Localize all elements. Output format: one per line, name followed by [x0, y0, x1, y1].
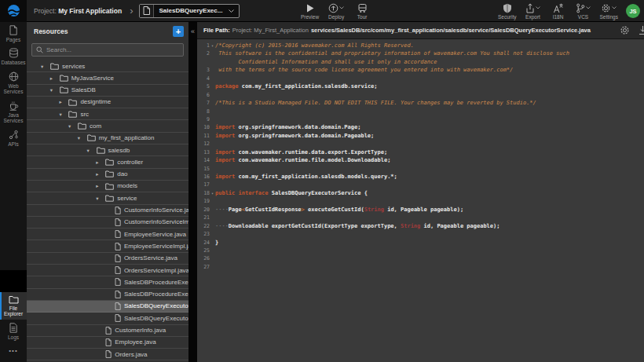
collapse-arrow-icon[interactable]: ▾ — [87, 144, 97, 156]
fold-spacer — [210, 91, 215, 99]
code-line-23: 23 — [197, 230, 644, 238]
fold-spacer — [210, 148, 215, 156]
tree-item-my-first-application[interactable]: ▾my_first_application — [27, 133, 188, 144]
code-line-25: 25 — [197, 247, 644, 254]
editor-settings-button[interactable] — [620, 25, 630, 35]
code-text: package com.my_first_application.salesdb… — [215, 82, 378, 90]
sidebar-item-apis[interactable]: APIs — [0, 126, 27, 149]
file-icon — [115, 314, 121, 322]
rail-spacer — [0, 149, 27, 269]
user-avatar[interactable]: JS — [626, 4, 640, 18]
tree-item-salesdb[interactable]: ▾SalesDB — [27, 85, 188, 97]
collapse-arrow-icon[interactable]: ▾ — [41, 60, 50, 72]
tree-item-salesdbprocedureexecutorservice-java[interactable]: SalesDBProcedureExecutorService.java — [27, 276, 188, 288]
tree-item-ordersserviceimpl-java[interactable]: OrdersServiceImpl.java — [27, 265, 188, 276]
expand-arrow-icon[interactable]: ▸ — [96, 156, 105, 168]
preview-icon — [306, 3, 314, 13]
tour-button[interactable]: Tour — [353, 3, 371, 20]
expand-arrow-icon[interactable]: ▸ — [50, 72, 60, 84]
tree-item-myjavaservice[interactable]: ▸MyJavaService — [27, 72, 188, 84]
vcs-button[interactable]: VCS — [575, 3, 592, 20]
i18n-button[interactable]: I18N — [550, 3, 567, 20]
fold-arrow-icon[interactable]: ▾ — [210, 189, 215, 197]
code-editor[interactable]: 1▾/*Copyright (c) 2015-2016 wavemaker.co… — [197, 39, 644, 362]
tree-item-service[interactable]: ▾service — [27, 192, 188, 204]
wavemaker-logo[interactable] — [0, 0, 27, 22]
tree-item-salesdbqueryexecutorserviceimpl-java[interactable]: SalesDBQueryExecutorServiceImpl.java — [27, 313, 188, 324]
sidebar-item-web-services[interactable]: Web Services — [0, 68, 27, 97]
tree-item-label: designtime — [80, 97, 111, 108]
collapse-arrow-icon[interactable]: ▾ — [68, 120, 78, 132]
fold-spacer — [210, 108, 215, 115]
code-line-27: 27 — [197, 263, 644, 271]
file-path-project: Project: My_First_Application — [232, 27, 309, 34]
folder-icon — [87, 134, 96, 141]
fold-arrow-icon[interactable]: ▾ — [210, 42, 215, 49]
deploy-button[interactable]: Deploy — [327, 3, 345, 20]
tree-item-label: OrdersService.java — [124, 253, 177, 265]
sidebar-item-logs[interactable]: Logs — [0, 320, 27, 342]
code-text: with the terms of the source code licens… — [215, 66, 513, 74]
search-box[interactable] — [31, 43, 184, 57]
folder-icon — [60, 75, 68, 82]
code-text: ····Downloadable exportGetCustId(ExportT… — [215, 222, 499, 230]
tree-item-ordersservice-java[interactable]: OrdersService.java — [27, 253, 188, 265]
sidebar-item-databases[interactable]: Databases — [0, 45, 27, 68]
file-icon — [115, 207, 121, 214]
folder-icon — [68, 99, 77, 106]
tree-item-services[interactable]: ▾services — [27, 60, 188, 72]
download-file-button[interactable] — [638, 25, 644, 35]
tree-item-models[interactable]: ▸models — [27, 181, 188, 192]
fold-spacer — [210, 82, 215, 90]
editor: File Path: Project: My_First_Application… — [197, 22, 644, 362]
tree-item-dao[interactable]: ▸dao — [27, 169, 188, 181]
line-number: 6 — [197, 91, 210, 99]
tree-item-designtime[interactable]: ▸designtime — [27, 97, 188, 108]
chevron-down-icon — [227, 9, 239, 13]
sidebar-item-file-explorer[interactable]: File Explorer — [0, 292, 27, 320]
line-number: 26 — [197, 254, 210, 262]
tree-item-customerinfoservice-java[interactable]: CustomerInfoService.java — [27, 205, 188, 217]
panel-splitter[interactable]: « — [188, 22, 197, 362]
collapse-arrow-icon[interactable]: ▾ — [96, 192, 105, 204]
project-name: My First Application — [58, 7, 122, 15]
tree-item-salesdbqueryexecutorservice-java[interactable]: SalesDBQueryExecutorService.java — [27, 301, 188, 313]
tree-item-label: src — [80, 108, 89, 120]
sidebar-item-java-services[interactable]: Java Services — [0, 97, 27, 126]
fold-spacer — [210, 197, 215, 205]
sidebar-item-more[interactable]: ••• — [0, 342, 27, 362]
tree-item-employeeserviceimpl-java[interactable]: EmployeeServiceImpl.java — [27, 240, 188, 252]
tree-item-src[interactable]: ▾src — [27, 108, 188, 120]
expand-arrow-icon[interactable]: ▸ — [96, 181, 105, 192]
export-button[interactable]: Export — [525, 3, 542, 20]
tree-item-employeeservice-java[interactable]: EmployeeService.java — [27, 229, 188, 240]
tree-item-com[interactable]: ▾com — [27, 120, 188, 132]
add-resource-button[interactable]: + — [173, 26, 184, 37]
search-input[interactable] — [46, 46, 179, 53]
sidebar-item-pages[interactable]: Pages — [0, 22, 27, 45]
tree-item-employee-java[interactable]: Employee.java — [27, 337, 188, 349]
fold-spacer — [210, 156, 215, 164]
expand-arrow-icon[interactable]: ▸ — [59, 97, 68, 108]
tree-item-customerinfoserviceimpl-java[interactable]: CustomerInfoServiceImpl.java — [27, 217, 188, 229]
collapse-arrow-icon[interactable]: ▾ — [59, 108, 68, 120]
tree-item-salesdbprocedureexecutorserviceimpl-java[interactable]: SalesDBProcedureExecutorServiceImpl.java — [27, 289, 188, 301]
file-dropdown[interactable]: SalesDBQueryExec... — [139, 4, 240, 18]
page-icon — [9, 25, 18, 35]
collapse-arrow-icon[interactable]: ▾ — [50, 85, 60, 97]
security-button[interactable]: Security — [498, 3, 516, 20]
expand-arrow-icon[interactable]: ▸ — [96, 169, 105, 181]
tree-item-controller[interactable]: ▸controller — [27, 156, 188, 168]
preview-button[interactable]: Preview — [301, 3, 319, 20]
collapse-panel-button[interactable]: « — [188, 27, 197, 36]
line-number: 12 — [197, 140, 210, 148]
tree-item-orders-java[interactable]: Orders.java — [27, 349, 188, 360]
tree-item-salesdb[interactable]: ▾salesdb — [27, 144, 188, 156]
fold-spacer — [210, 222, 215, 230]
settings-button[interactable]: Settings — [600, 3, 619, 20]
fold-spacer — [210, 58, 215, 66]
collapse-arrow-icon[interactable]: ▾ — [78, 133, 87, 144]
tree-item-customerinfo-java[interactable]: CustomerInfo.java — [27, 325, 188, 337]
tree-item-label: service — [117, 192, 137, 204]
fold-spacer — [210, 254, 215, 262]
